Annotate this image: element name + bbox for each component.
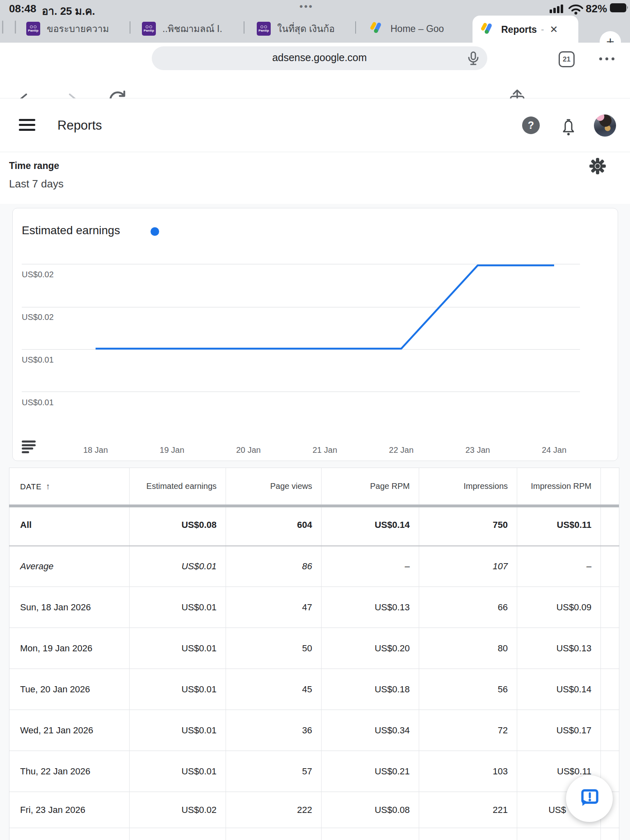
row-value: 36 — [226, 710, 322, 751]
chart-list-icon[interactable] — [22, 441, 36, 454]
feedback-chat-icon — [578, 787, 601, 810]
x-axis-tick-label: 22 Jan — [377, 445, 426, 455]
tab[interactable]: Pantip..พิชฌามลณ์ I. — [142, 15, 243, 43]
tab-divider — [130, 21, 130, 34]
help-icon[interactable]: ? — [522, 116, 540, 134]
table-horizontal-scrollbar[interactable] — [9, 504, 619, 507]
row-value: 66 — [419, 587, 517, 628]
browser-menu-icon[interactable] — [599, 57, 614, 60]
browser-chrome-top: 08:48 อา. 25 ม.ค. ••• 82% + Pantipขอระบา… — [0, 0, 630, 43]
row-value: US$0.34 — [322, 710, 419, 751]
row-value: US$0.14 — [322, 505, 419, 546]
table-row[interactable]: Tue, 20 Jan 2026US$0.0145US$0.1856US$0.1… — [9, 669, 619, 710]
row-value: US$0.08 — [322, 792, 419, 828]
tab-active-reports[interactable]: Reports-✕ — [472, 16, 578, 43]
row-value: US$0.18 — [322, 669, 419, 710]
row-sliver — [601, 546, 619, 587]
row-sliver — [601, 628, 619, 669]
column-header[interactable]: DATE↑ — [9, 468, 130, 505]
row-value — [226, 828, 322, 840]
row-value: 604 — [226, 505, 322, 546]
page-title: Reports — [57, 118, 102, 133]
hamburger-menu-icon[interactable] — [19, 119, 35, 134]
x-axis-tick-label: 21 Jan — [300, 445, 349, 455]
row-value: US$0.09 — [517, 587, 601, 628]
row-date: Mon, 19 Jan 2026 — [9, 628, 130, 669]
tab[interactable]: Pantipในที่สุด เงินก้อ — [257, 15, 354, 43]
column-header[interactable]: Page RPM — [322, 468, 419, 505]
tab-label: Home – Goo — [390, 23, 444, 34]
row-value: 72 — [419, 710, 517, 751]
row-value: 107 — [419, 546, 517, 587]
time-range-select[interactable]: Last 7 days — [9, 178, 64, 190]
address-bar[interactable]: adsense.google.com — [152, 46, 487, 70]
row-value — [517, 828, 601, 840]
column-header[interactable]: Impression RPM — [517, 468, 601, 505]
table-row[interactable]: Mon, 19 Jan 2026US$0.0150US$0.2080US$0.1… — [9, 628, 619, 669]
sort-ascending-icon: ↑ — [46, 482, 50, 491]
row-value: US$0.02 — [130, 792, 226, 828]
table-row[interactable]: AverageUS$0.0186–107– — [9, 546, 619, 587]
time-range-label: Time range — [9, 160, 59, 171]
row-value: US$0.08 — [130, 505, 226, 546]
tab-label: ในที่สุด เงินก้อ — [277, 21, 335, 36]
adsense-favicon-icon — [481, 23, 495, 37]
row-value: US$0.01 — [130, 628, 226, 669]
settings-gear-icon[interactable] — [589, 157, 607, 175]
adsense-favicon-icon — [370, 22, 384, 36]
row-value — [322, 828, 419, 840]
chart-title: Estimated earnings — [22, 224, 120, 237]
row-value: 86 — [226, 546, 322, 587]
avatar[interactable] — [594, 114, 616, 137]
y-axis-tick-label: US$0.01 — [22, 355, 54, 365]
tab-label: ขอระบายความ — [47, 21, 109, 36]
browser-toolbar: adsense.google.com 21 — [0, 43, 630, 98]
table-row[interactable]: Sun, 18 Jan 2026US$0.0147US$0.1366US$0.0… — [9, 587, 619, 628]
earnings-line-chart[interactable] — [13, 247, 619, 436]
row-sliver — [601, 587, 619, 628]
row-value: 50 — [226, 628, 322, 669]
tab-switcher-button[interactable]: 21 — [559, 51, 575, 67]
row-date: All — [9, 505, 130, 546]
battery-icon — [610, 3, 629, 13]
column-header-sliver — [601, 468, 619, 505]
row-value: – — [517, 546, 601, 587]
tab-close-icon[interactable]: ✕ — [550, 24, 558, 35]
tab-label: Reports — [501, 24, 537, 35]
table-row[interactable]: Fri, 23 Jan 2026US$0.02222US$0.08221US$ — [9, 792, 619, 828]
row-value: 57 — [226, 751, 322, 792]
table-row[interactable] — [9, 828, 619, 840]
status-bar: 08:48 อา. 25 ม.ค. ••• 82% — [0, 0, 630, 16]
report-table: DATE↑Estimated earningsPage viewsPage RP… — [9, 468, 619, 840]
row-date: Fri, 23 Jan 2026 — [9, 792, 130, 828]
row-date: Thu, 22 Jan 2026 — [9, 751, 130, 792]
tab-edge-stub — [15, 21, 16, 34]
table-row[interactable]: AllUS$0.08604US$0.14750US$0.11 — [9, 505, 619, 546]
url-text: adsense.google.com — [152, 52, 487, 64]
tab-divider — [355, 21, 356, 34]
table-row[interactable]: Thu, 22 Jan 2026US$0.0157US$0.21103US$0.… — [9, 751, 619, 792]
clock: 08:48 — [9, 2, 37, 15]
row-date: Tue, 20 Jan 2026 — [9, 669, 130, 710]
column-header[interactable]: Page views — [226, 468, 322, 505]
feedback-fab-button[interactable] — [566, 775, 613, 822]
notifications-bell-icon[interactable] — [559, 116, 578, 136]
adsense-appbar: Reports ? — [0, 98, 630, 152]
pantip-favicon-icon: Pantip — [257, 22, 271, 36]
row-value: 80 — [419, 628, 517, 669]
column-header[interactable]: Impressions — [419, 468, 517, 505]
row-sliver — [601, 828, 619, 840]
column-header[interactable]: Estimated earnings — [130, 468, 226, 505]
pantip-favicon-icon: Pantip — [142, 22, 156, 36]
estimated-earnings-card: Estimated earnings US$0.02US$0.02US$0.01… — [12, 208, 618, 461]
row-value: 103 — [419, 751, 517, 792]
mic-icon[interactable] — [466, 51, 481, 66]
table-row[interactable]: Wed, 21 Jan 2026US$0.0136US$0.3472US$0.1… — [9, 710, 619, 751]
tab[interactable]: Pantipขอระบายความ — [26, 15, 129, 43]
row-sliver — [601, 505, 619, 546]
tab[interactable]: Home – Goo — [370, 15, 446, 43]
row-date: Average — [9, 546, 130, 587]
x-axis-tick-label: 23 Jan — [453, 445, 502, 455]
row-value: 56 — [419, 669, 517, 710]
y-axis-tick-label: US$0.01 — [22, 398, 54, 407]
